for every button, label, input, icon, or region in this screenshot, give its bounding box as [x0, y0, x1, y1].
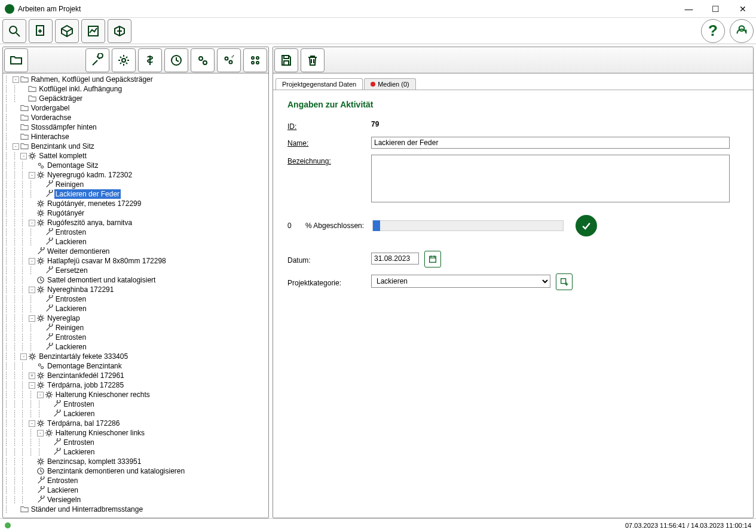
search-button[interactable] — [2, 19, 26, 43]
folder-button[interactable] — [4, 48, 28, 72]
add-doc-button[interactable] — [29, 19, 53, 43]
tree-label[interactable]: Benzincsap, komplett 333951 — [46, 457, 142, 466]
tree-label[interactable]: Lackieren — [54, 237, 88, 247]
tree-node[interactable]: ┊ ┊ ┊ ┊ Reinigen — [4, 323, 268, 333]
project-tree[interactable]: ┊ -Rahmen, Kotflügel und Gepäcksträger┊ … — [3, 73, 268, 518]
tree-node[interactable]: ┊ ┊ ┊ ┊ Lackieren der Feder — [4, 189, 268, 199]
tab-data[interactable]: Projektgegenstand Daten — [276, 78, 363, 90]
tree-node[interactable]: ┊ ┊ ┊ -Térdpárna, bal 172286 — [4, 419, 268, 428]
tree-label[interactable]: Térdpárna, bal 172286 — [46, 419, 121, 428]
tree-node[interactable]: ┊ -Benzintank und Sitz — [4, 142, 268, 151]
tree-toggle[interactable]: - — [13, 143, 19, 150]
tree-toggle[interactable]: + — [29, 373, 35, 379]
tree-label[interactable]: Reinigen — [54, 180, 85, 189]
wrench-button[interactable] — [85, 48, 109, 72]
tree-node[interactable]: ┊ ┊ ┊ ┊ Lackieren — [4, 237, 268, 247]
tree-label[interactable]: Nyereghinba 172291 — [46, 285, 115, 294]
tree-label[interactable]: Benzintank demontieren und katalogisiere… — [46, 466, 186, 476]
tree-label[interactable]: Vordergabel — [30, 103, 71, 113]
close-button[interactable]: ✕ — [729, 0, 756, 18]
tree-node[interactable]: ┊ Vordergabel — [4, 103, 268, 113]
tree-toggle[interactable]: - — [29, 287, 35, 293]
tree-label[interactable]: Sattel komplett — [38, 151, 87, 161]
tree-label[interactable]: Entrosten — [62, 399, 95, 409]
tree-node[interactable]: ┊ ┊ ┊ ┊ Reinigen — [4, 180, 268, 189]
tree-node[interactable]: ┊ ┊ ┊ Rugótányér, menetes 172299 — [4, 199, 268, 208]
tree-node[interactable]: ┊ ┊ ┊ Lackieren — [4, 485, 268, 495]
tree-toggle[interactable]: - — [37, 430, 44, 436]
tree-node[interactable]: ┊ ┊ ┊ -Térdpárna, jobb 172285 — [4, 380, 268, 390]
tree-label[interactable]: Lackieren — [62, 447, 96, 457]
tree-node[interactable]: ┊ ┊ ┊ ┊ ┊ Lackieren — [4, 447, 268, 457]
tree-label[interactable]: Rugótányér, menetes 172299 — [46, 199, 142, 208]
tree-node[interactable]: ┊ -Rahmen, Kotflügel und Gepäcksträger — [4, 75, 268, 84]
tree-label[interactable]: Reinigen — [54, 323, 85, 333]
tree-node[interactable]: ┊ ┊ ┊ ┊ -Halterung Knieschoner rechts — [4, 390, 268, 399]
tree-label[interactable]: Entrosten — [54, 227, 87, 237]
tree-toggle[interactable]: - — [20, 353, 27, 360]
tree-node[interactable]: ┊ ┊ ┊ Benzintank demontieren und katalog… — [4, 466, 268, 476]
tree-node[interactable]: ┊ ┊ Kotflügel inkl. Aufhängung — [4, 84, 268, 94]
tree-node[interactable]: ┊ ┊ ┊ Rugótányér — [4, 208, 268, 218]
tree-label[interactable]: Rahmen, Kotflügel und Gepäcksträger — [30, 75, 154, 84]
tree-label[interactable]: Eersetzen — [54, 266, 89, 275]
tree-toggle[interactable]: - — [29, 172, 35, 179]
tree-label[interactable]: Vorderachse — [30, 113, 72, 122]
gear-button[interactable] — [112, 48, 136, 72]
tree-label[interactable]: Lackieren — [46, 485, 79, 495]
tree-toggle[interactable]: - — [37, 392, 44, 398]
tree-label[interactable]: Versiegeln — [46, 495, 82, 505]
add-category-button[interactable] — [556, 273, 573, 290]
tree-label[interactable]: Lackieren — [54, 304, 88, 313]
tree-label[interactable]: Demontage Benzintank — [46, 361, 123, 371]
tree-node[interactable]: ┊ ┊ ┊ ┊ ┊ Entrosten — [4, 438, 268, 447]
tree-toggle[interactable]: - — [29, 315, 35, 322]
tree-node[interactable]: ┊ ┊ Gepäckträger — [4, 94, 268, 103]
maximize-button[interactable]: ☐ — [702, 0, 729, 18]
tree-label[interactable]: Halterung Knieschoner rechts — [54, 390, 151, 399]
save-button[interactable] — [274, 48, 298, 72]
calendar-button[interactable] — [424, 251, 441, 267]
date-input[interactable] — [371, 253, 419, 265]
box-button[interactable] — [55, 19, 79, 43]
tree-toggle[interactable]: - — [29, 258, 35, 265]
tree-toggle[interactable]: - — [29, 420, 35, 427]
name-input[interactable] — [371, 137, 730, 149]
tree-node[interactable]: ┊ ┊ ┊ -Hatlapfejü csavar M 8x80mm 172298 — [4, 256, 268, 266]
tree-label[interactable]: Gepäckträger — [38, 94, 84, 103]
tree-label[interactable]: Halterung Knieschoner links — [54, 428, 146, 438]
progress-confirm-button[interactable] — [576, 215, 597, 236]
tree-label[interactable]: Entrosten — [54, 294, 87, 304]
time-button[interactable] — [164, 48, 188, 72]
tree-label[interactable]: Entrosten — [46, 476, 79, 485]
tree-label[interactable]: Benzintank und Sitz — [30, 142, 96, 151]
tree-label[interactable]: Rugótányér — [46, 208, 85, 218]
tree-label[interactable]: Sattel demontiert und katalogisiert — [46, 275, 157, 285]
help-button[interactable]: ? — [701, 19, 725, 43]
tree-node[interactable]: ┊ ┊ ┊ Weiter demontieren — [4, 247, 268, 256]
tree-label[interactable]: Hatlapfejü csavar M 8x80mm 172298 — [46, 256, 167, 266]
tree-node[interactable]: ┊ ┊ ┊ Benzincsap, komplett 333951 — [4, 457, 268, 466]
tree-toggle[interactable]: - — [13, 76, 19, 83]
tree-node[interactable]: ┊ Vorderachse — [4, 113, 268, 122]
tree-node[interactable]: ┊ ┊ ┊ ┊ ┊ Lackieren — [4, 409, 268, 419]
tree-node[interactable]: ┊ Ständer und Hinterradbremsstange — [4, 505, 268, 514]
tree-label[interactable]: Weiter demontieren — [46, 247, 111, 256]
export-button[interactable] — [108, 19, 131, 43]
tab-media[interactable]: Medien (0) — [364, 78, 416, 90]
cost-button[interactable] — [138, 48, 162, 72]
tree-label[interactable]: Térdpárna, jobb 172285 — [46, 380, 125, 390]
tree-toggle[interactable]: - — [20, 153, 27, 159]
tree-toggle[interactable]: - — [29, 382, 35, 389]
tree-node[interactable]: ┊ ┊ ┊ -Nyeregrugó kadm. 172302 — [4, 170, 268, 180]
tree-label[interactable]: Ständer und Hinterradbremsstange — [30, 505, 144, 514]
minimize-button[interactable]: — — [675, 0, 702, 18]
support-button[interactable] — [730, 19, 754, 43]
tree-node[interactable]: ┊ ┊ ┊ -Nyereglap — [4, 313, 268, 323]
tree-label[interactable]: Nyereglap — [46, 313, 81, 323]
tree-label[interactable]: Demontage Sitz — [46, 161, 99, 170]
tree-label[interactable]: Lackieren der Feder — [54, 189, 121, 199]
tree-node[interactable]: ┊ Stossdämpfer hinten — [4, 122, 268, 132]
tree-label[interactable]: Kotflügel inkl. Aufhängung — [38, 84, 123, 94]
tree-node[interactable]: ┊ ┊ ┊ Sattel demontiert und katalogisier… — [4, 275, 268, 285]
